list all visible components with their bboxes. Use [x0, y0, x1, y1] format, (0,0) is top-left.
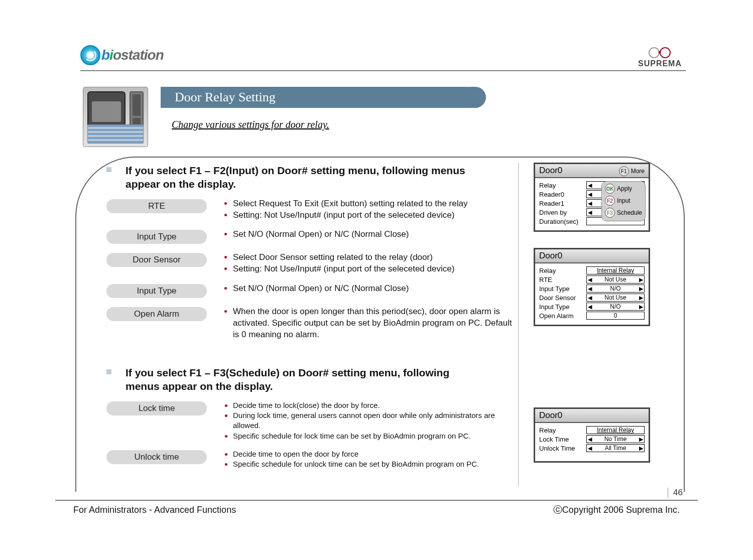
option-pill: Lock time	[106, 401, 207, 415]
row-label: Door Sensor	[539, 294, 583, 302]
bullet-item: Decide time to lock(close) the door by f…	[233, 400, 513, 410]
panel-row: Input Type◀N/O▶	[539, 303, 645, 311]
option-pill: Unlock time	[106, 450, 207, 464]
option-bullets: Select Door Sensor setting related to th…	[222, 252, 513, 275]
option-row: Lock timeDecide time to lock(close) the …	[106, 400, 513, 441]
bullet-item: During lock time, general users cannot o…	[233, 410, 513, 431]
chevron-left-icon: ◀	[588, 445, 592, 452]
footer-left: For Administrators - Advanced Functions	[73, 505, 236, 515]
brand-b: b	[101, 47, 109, 63]
bullet-item: Set N/O (Normal Open) or N/C (Normal Clo…	[233, 283, 513, 295]
heading-input-text: If you select F1 – F2(Input) on Door# se…	[126, 164, 467, 191]
chevron-left-icon: ◀	[588, 191, 592, 198]
left-column: If you select F1 – F2(Input) on Door# se…	[91, 163, 518, 487]
chevron-left-icon: ◀	[588, 182, 592, 189]
row-label: Reader0	[539, 191, 583, 198]
footer: For Administrators - Advanced Functions …	[55, 500, 698, 516]
page-title: Door Relay Setting	[161, 87, 477, 108]
value-box[interactable]: Internal Relay	[586, 426, 645, 434]
chevron-left-icon: ◀	[588, 436, 592, 443]
device-panel: Door0RelayInternal RelayRTE◀Not Use▶Inpu…	[534, 248, 650, 326]
option-row: Unlock timeDecide time to open the door …	[106, 449, 513, 470]
header-rule	[80, 70, 686, 71]
select-value: All Time	[605, 445, 626, 452]
page-number: 46	[668, 488, 683, 498]
row-label: Duration(sec)	[539, 218, 583, 225]
title-block: Door Relay Setting Change various settin…	[161, 87, 477, 130]
option-bullets: Set N/O (Normal Open) or N/C (Normal Clo…	[222, 229, 513, 244]
row-label: Input Type	[539, 303, 583, 311]
value-box[interactable]: 0	[586, 312, 645, 320]
right-column: Door0F1MoreRelay◀InReader0◀Reader1◀Drive…	[518, 163, 669, 487]
panel-row: Lock Time◀No Time▶	[539, 435, 645, 443]
swirl-icon	[80, 45, 100, 65]
device-panel: Door0F1MoreRelay◀InReader0◀Reader1◀Drive…	[534, 163, 650, 232]
f1-button[interactable]: F1	[619, 166, 629, 176]
panel-row: RelayInternal Relay	[539, 426, 645, 434]
infinity-icon	[648, 46, 672, 58]
option-bullets: Decide time to open the door by forceSpe…	[222, 449, 513, 470]
row-label: RTE	[539, 276, 583, 284]
bullet-item: Specific schedule for unlock time can be…	[233, 459, 513, 469]
option-row: Door SensorSelect Door Sensor setting re…	[106, 252, 513, 275]
select-box[interactable]: ◀N/O▶	[586, 285, 645, 293]
bullet-item: Decide time to open the door by force	[233, 449, 513, 459]
panel-row: RTE◀Not Use▶	[539, 275, 645, 284]
chevron-right-icon: ▶	[639, 276, 643, 283]
row-label: Driven by	[539, 209, 583, 216]
panel-row: Input Type◀N/O▶	[539, 285, 645, 293]
chevron-left-icon: ◀	[588, 209, 592, 216]
row-label: Input Type	[539, 285, 583, 293]
fn-button[interactable]: OK	[605, 184, 615, 194]
select-box[interactable]: ◀Not Use▶	[586, 294, 645, 302]
chevron-right-icon: ▶	[639, 295, 643, 301]
row-label: Relay	[539, 427, 583, 434]
panel-row: Unlock Time◀All Time▶	[539, 444, 645, 452]
chevron-left-icon: ◀	[588, 286, 592, 292]
device-panel: Door0RelayInternal RelayLock Time◀No Tim…	[534, 407, 650, 463]
square-bullet-icon	[106, 369, 111, 374]
f1-label: More	[631, 168, 645, 175]
fn-button[interactable]: F2	[605, 196, 615, 206]
row-label: Reader1	[539, 200, 583, 207]
panel-body: RelayInternal RelayRTE◀Not Use▶Input Typ…	[535, 263, 649, 325]
panel-body: RelayInternal RelayLock Time◀No Time▶Unl…	[535, 423, 649, 461]
row-label: Open Alarm	[539, 312, 583, 320]
fn-button-row: F3Schedule	[605, 208, 642, 218]
chevron-right-icon: ▶	[639, 436, 643, 443]
chevron-left-icon: ◀	[588, 276, 592, 283]
option-bullets: Decide time to lock(close) the door by f…	[222, 400, 513, 441]
select-box[interactable]: ◀No Time▶	[586, 435, 645, 443]
option-row: Input TypeSet N/O (Normal Open) or N/C (…	[106, 229, 513, 244]
panel-row: Door Sensor◀Not Use▶	[539, 294, 645, 302]
heading-schedule: If you select F1 – F3(Schedule) on Door#…	[106, 366, 513, 393]
fn-button[interactable]: F3	[605, 208, 615, 218]
suprema-text: SUPREMA	[638, 59, 682, 68]
row-label: Unlock Time	[539, 445, 583, 452]
select-box[interactable]: ◀N/O▶	[586, 303, 645, 311]
brand-i: i	[109, 47, 113, 63]
select-value: N/O	[610, 285, 620, 292]
bullet-item: Specific schedule for lock time can be s…	[233, 431, 513, 441]
panel-body: Relay◀InReader0◀Reader1◀Driven by◀Durati…	[535, 178, 649, 230]
select-value: N/O	[610, 303, 620, 310]
select-box[interactable]: ◀All Time▶	[586, 444, 645, 452]
bullet-item: When the door is open longer than this p…	[233, 306, 513, 341]
fn-label: Input	[617, 197, 631, 204]
select-box[interactable]: ◀Not Use▶	[586, 275, 645, 284]
logo-biostation: biostation	[80, 45, 164, 65]
option-row: Open AlarmWhen the door is open longer t…	[106, 306, 513, 341]
option-pill: Door Sensor	[106, 253, 207, 267]
option-row: Input TypeSet N/O (Normal Open) or N/C (…	[106, 283, 513, 298]
option-bullets: Select Request To Exit (Exit button) set…	[222, 198, 513, 221]
value-box[interactable]: Internal Relay	[586, 266, 645, 274]
square-bullet-icon	[106, 167, 111, 172]
bullet-item: Select Request To Exit (Exit button) set…	[233, 198, 513, 210]
bullet-item: Setting: Not Use/Input# (input port of t…	[233, 263, 513, 275]
select-value: Not Use	[604, 276, 626, 283]
chevron-right-icon: ▶	[639, 286, 643, 292]
option-pill: Input Type	[106, 284, 207, 298]
chevron-left-icon: ◀	[588, 304, 592, 310]
footer-right: ⓒCopyright 2006 Suprema Inc.	[553, 504, 680, 516]
option-bullets: Set N/O (Normal Open) or N/C (Normal Clo…	[222, 283, 513, 298]
